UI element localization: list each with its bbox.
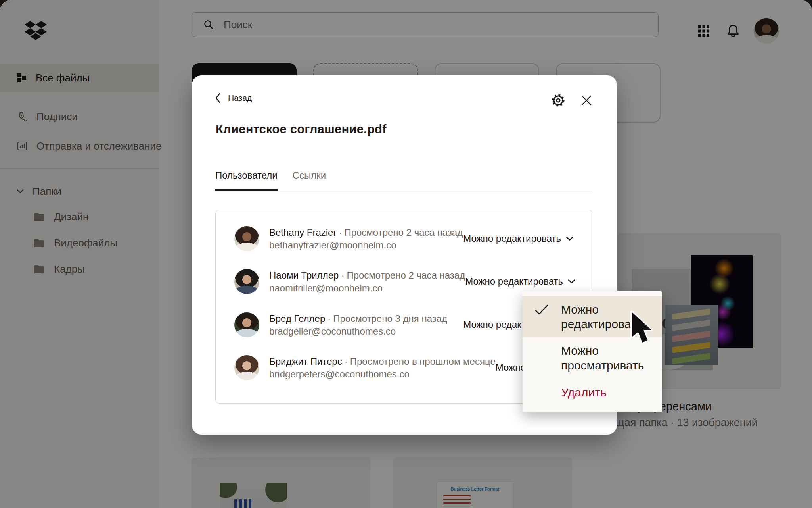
user-status: Просмотрено 3 дня назад — [333, 313, 447, 324]
user-info: Наоми Триллер·Просмотрено 2 часа назад n… — [234, 269, 465, 294]
back-label: Назад — [228, 93, 252, 103]
back-chevron-icon — [215, 93, 221, 103]
user-email: naomitriller@moonhelm.co — [269, 282, 465, 294]
menu-item-label: Можно редактировать — [561, 303, 642, 331]
avatar — [234, 226, 259, 251]
tab-links[interactable]: Ссылки — [293, 170, 326, 190]
user-info: Бред Геллер·Просмотрено 3 дня назад brad… — [234, 312, 447, 337]
user-text: Bethany Frazier·Просмотрено 2 часа назад… — [269, 226, 463, 251]
user-name-line: Bethany Frazier·Просмотрено 2 часа назад — [269, 226, 463, 239]
user-info: Бриджит Питерс·Просмотрено в прошлом мес… — [234, 355, 496, 380]
user-status: Просмотрено в прошлом месяце — [350, 356, 496, 367]
user-name: Бриджит Питерс — [269, 356, 342, 367]
menu-item-can-edit[interactable]: Можно редактировать — [523, 296, 662, 337]
user-status: Просмотрено 2 часа назад — [347, 270, 465, 281]
permission-menu: Можно редактировать Можно просматривать … — [523, 291, 662, 412]
close-icon[interactable] — [580, 94, 592, 106]
user-text: Бред Геллер·Просмотрено 3 дня назад brad… — [269, 312, 447, 337]
user-text: Бриджит Питерс·Просмотрено в прошлом мес… — [269, 355, 496, 380]
user-row-bethany: Bethany Frazier·Просмотрено 2 часа назад… — [216, 226, 592, 251]
check-icon — [534, 304, 549, 315]
user-name: Bethany Frazier — [269, 227, 336, 238]
user-status: Просмотрено 2 часа назад — [344, 227, 463, 238]
menu-item-label: Можно просматривать — [561, 344, 644, 372]
avatar — [234, 269, 259, 294]
menu-item-can-view[interactable]: Можно просматривать — [523, 337, 662, 379]
user-email: bradgeller@coconuthomes.co — [269, 325, 447, 337]
permission-label: Можно редактировать — [463, 233, 561, 244]
avatar — [234, 312, 259, 337]
user-email: bethanyfrazier@moonhelm.co — [269, 239, 463, 251]
dot-separator: · — [325, 313, 333, 324]
user-text: Наоми Триллер·Просмотрено 2 часа назад n… — [269, 269, 465, 294]
back-button[interactable]: Назад — [215, 93, 252, 103]
user-info: Bethany Frazier·Просмотрено 2 часа назад… — [234, 226, 463, 251]
avatar — [234, 355, 259, 380]
chevron-down-icon — [566, 236, 573, 241]
menu-item-remove[interactable]: Удалить — [523, 379, 662, 408]
user-name-line: Наоми Триллер·Просмотрено 2 часа назад — [269, 269, 465, 282]
modal-tabs: Пользователи Ссылки — [215, 170, 592, 191]
user-email: bridgerpeters@coconuthomes.co — [269, 368, 496, 380]
permission-label: Можно редактировать — [465, 276, 563, 287]
dot-separator: · — [339, 270, 347, 281]
permission-dropdown[interactable]: Можно редактировать — [463, 233, 573, 244]
dot-separator: · — [336, 227, 344, 238]
permission-dropdown[interactable]: Можно редактировать — [465, 276, 575, 287]
dot-separator: · — [342, 356, 350, 367]
chevron-down-icon — [568, 279, 575, 284]
user-row-naomi: Наоми Триллер·Просмотрено 2 часа назад n… — [216, 269, 592, 294]
menu-item-label: Удалить — [561, 386, 607, 399]
user-name: Наоми Триллер — [269, 270, 339, 281]
tab-users[interactable]: Пользователи — [215, 170, 278, 190]
user-name-line: Бриджит Питерс·Просмотрено в прошлом мес… — [269, 355, 496, 368]
settings-gear-icon[interactable] — [551, 93, 566, 108]
user-name: Бред Геллер — [269, 313, 325, 324]
user-name-line: Бред Геллер·Просмотрено 3 дня назад — [269, 312, 447, 325]
file-title: Клиентское соглашение.pdf — [216, 122, 387, 137]
dropbox-app: Все файлы Подписи Отправк — [0, 0, 812, 508]
